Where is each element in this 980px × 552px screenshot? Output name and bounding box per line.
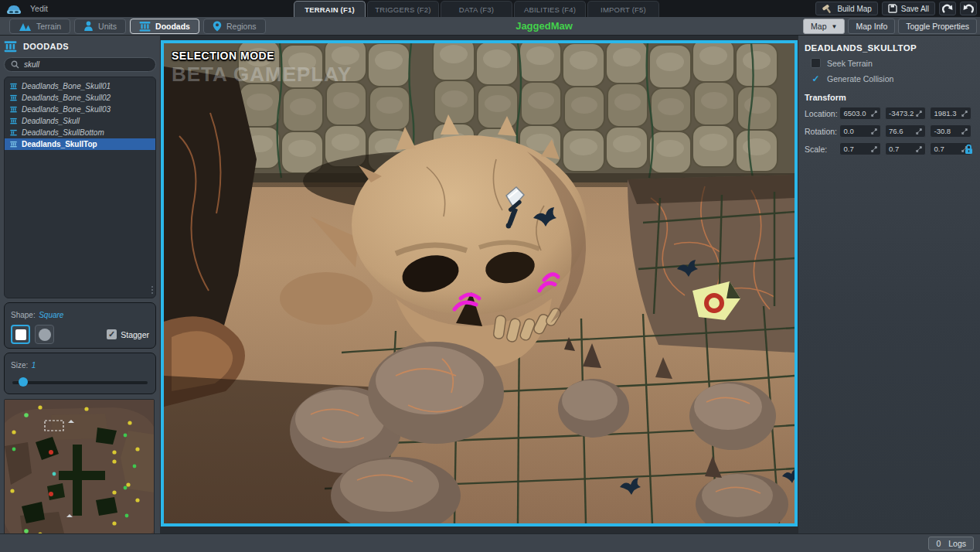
logs-button[interactable]: 0 Logs	[928, 537, 974, 550]
shape-label: Shape:	[11, 311, 36, 319]
tab-data-f3[interactable]: DATA (F3)	[441, 1, 512, 17]
undo-icon	[963, 4, 974, 14]
top-actions: Build Map Save All	[815, 0, 977, 17]
save-all-button[interactable]: Save All	[882, 2, 935, 15]
generate-collision-label: Generate Collision	[827, 74, 893, 83]
brand: Yedit	[5, 0, 48, 17]
list-item[interactable]: Deadlands_Bone_Skull02	[5, 92, 155, 104]
search-input[interactable]	[24, 60, 149, 69]
rotation-z-field[interactable]: -30.8	[930, 124, 971, 138]
rotation-label: Rotation:	[805, 127, 839, 136]
status-bar: 0 Logs	[0, 533, 980, 552]
slider-knob[interactable]	[19, 377, 28, 387]
map-info-button[interactable]: Map Info	[848, 19, 895, 34]
doodad-item-icon	[10, 94, 17, 101]
rotation-x-field[interactable]: 0.0	[839, 124, 881, 138]
map-menu-button[interactable]: Map ▼	[803, 19, 845, 34]
list-item[interactable]: Deadlands_Bone_Skull03	[5, 104, 155, 115]
scale-y-field[interactable]: 0.7	[885, 142, 927, 155]
shape-circle-button[interactable]	[35, 325, 54, 344]
drag-handle-icon[interactable]	[871, 128, 877, 135]
size-panel: Size: 1	[4, 353, 156, 394]
size-slider[interactable]	[12, 377, 148, 387]
build-map-button[interactable]: Build Map	[815, 2, 877, 15]
shape-square-button[interactable]	[11, 325, 30, 344]
location-x-field[interactable]: 6503.0	[839, 107, 881, 120]
viewport-area: SELECTION MODE BETA GAMEPLAY	[160, 36, 798, 533]
tool-units-label: Units	[98, 22, 117, 31]
toggle-properties-button[interactable]: Toggle Properties	[898, 19, 977, 34]
save-all-label: Save All	[901, 5, 929, 13]
tool-doodads-label: Doodads	[155, 22, 190, 31]
doodads-panel-title: DOODADS	[23, 42, 69, 51]
slider-track[interactable]	[12, 381, 148, 384]
circle-icon	[39, 329, 51, 341]
minimap-image	[5, 400, 154, 552]
minimap[interactable]	[4, 399, 155, 552]
stagger-checkbox[interactable]: ✓ Stagger	[107, 329, 149, 339]
size-label: Size:	[11, 361, 28, 370]
beta-watermark: BETA GAMEPLAY	[172, 63, 352, 87]
mode-label: SELECTION MODE	[172, 49, 274, 62]
layer-tabs: Terrain Units Doodads	[9, 19, 266, 34]
tool-units[interactable]: Units	[74, 19, 126, 34]
generate-collision-option[interactable]: ✓ Generate Collision	[805, 73, 975, 83]
checkmark-icon[interactable]: ✓	[811, 73, 821, 83]
regions-pin-icon	[213, 21, 222, 32]
doodad-item-icon	[10, 106, 17, 113]
doodad-item-icon	[10, 83, 17, 90]
location-y-field[interactable]: -3473.2	[885, 107, 927, 120]
location-z-field[interactable]: 1981.3	[930, 107, 971, 120]
yedit-logo-icon	[5, 2, 23, 15]
drag-handle-icon[interactable]	[916, 111, 922, 117]
list-item-selected[interactable]: Deadlands_SkullTop	[5, 138, 155, 150]
doodad-item-label: Deadlands_SkullBottom	[22, 128, 104, 137]
doodad-item-icon	[10, 118, 17, 124]
location-label: Location:	[805, 109, 839, 118]
drag-handle-icon[interactable]	[871, 146, 877, 152]
tool-terrain[interactable]: Terrain	[9, 19, 70, 34]
floppy-icon	[888, 4, 897, 13]
shape-panel: Shape: Square ✓ Stagger	[4, 302, 156, 349]
undo-button[interactable]	[960, 2, 977, 15]
redo-button[interactable]	[939, 2, 956, 15]
tool-doodads[interactable]: Doodads	[130, 19, 199, 34]
drag-handle-icon[interactable]	[961, 111, 968, 117]
chevron-down-icon: ▼	[832, 23, 838, 30]
drag-handle-icon[interactable]	[871, 111, 877, 117]
units-person-icon	[83, 21, 94, 32]
tab-terrain-f1[interactable]: TERRAIN (F1)	[294, 1, 366, 17]
list-item[interactable]: Deadlands_SkullBottom	[5, 127, 155, 138]
tab-triggers-f2[interactable]: TRIGGERS (F2)	[367, 1, 439, 17]
scale-x-field[interactable]: 0.7	[839, 142, 881, 155]
tool-terrain-label: Terrain	[36, 22, 61, 31]
rotation-y-field[interactable]: 76.6	[885, 124, 927, 138]
editor-toolbar: Terrain Units Doodads	[0, 17, 980, 36]
list-resize-grip[interactable]	[147, 286, 153, 295]
map-title: JaggedMaw	[516, 20, 573, 32]
seek-terrain-option[interactable]: Seek Terrain	[805, 58, 975, 68]
drag-handle-icon[interactable]	[916, 146, 922, 152]
search-icon	[11, 60, 19, 69]
drag-handle-icon[interactable]	[916, 128, 922, 135]
top-tab-strip: TERRAIN (F1) TRIGGERS (F2) DATA (F3) ABI…	[294, 0, 661, 17]
drag-handle-icon[interactable]	[961, 128, 968, 135]
list-item[interactable]: Deadlands_Bone_Skull01	[5, 80, 155, 92]
logs-label: Logs	[948, 539, 966, 548]
doodads-panel-pillar-icon	[4, 40, 17, 53]
tab-import-f5[interactable]: IMPORT (F5)	[587, 1, 659, 17]
scene-3d[interactable]	[164, 43, 795, 523]
scale-label: Scale:	[805, 145, 839, 154]
checkbox-unchecked[interactable]	[811, 58, 821, 68]
transform-title: Transform	[805, 93, 975, 102]
viewport-frame: SELECTION MODE BETA GAMEPLAY	[161, 40, 798, 526]
stagger-label: Stagger	[121, 330, 149, 339]
scale-lock-icon[interactable]	[964, 144, 974, 155]
map-menu-label: Map	[811, 22, 826, 31]
hammer-icon	[822, 4, 833, 14]
tool-regions[interactable]: Regions	[203, 19, 266, 34]
tab-abilities-f4[interactable]: ABILITIES (F4)	[514, 1, 586, 17]
list-item[interactable]: Deadlands_Skull	[5, 115, 155, 127]
brand-name: Yedit	[30, 4, 48, 13]
checkmark-icon: ✓	[107, 329, 117, 339]
